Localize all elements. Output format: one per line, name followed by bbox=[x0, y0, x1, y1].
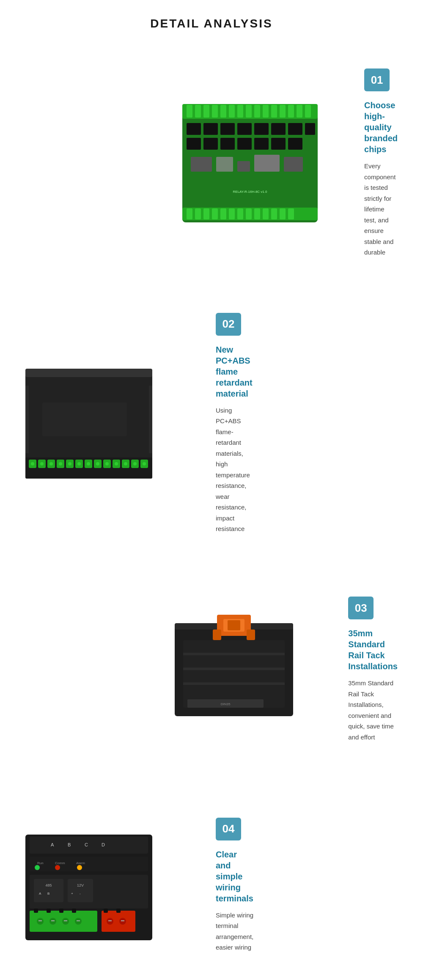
svg-point-109 bbox=[77, 865, 82, 870]
din-side-svg bbox=[17, 360, 161, 487]
svg-rect-23 bbox=[288, 123, 302, 135]
svg-point-76 bbox=[105, 462, 109, 465]
section-4-title: Clear and simple wiring terminals bbox=[216, 849, 253, 904]
section-2-number: 02 bbox=[216, 313, 241, 336]
svg-rect-50 bbox=[288, 208, 294, 219]
svg-rect-131 bbox=[108, 920, 112, 921]
svg-rect-34 bbox=[237, 161, 250, 172]
section-4-desc: Simple wiring terminal arrangement, easi… bbox=[216, 910, 253, 953]
svg-text:Alarm: Alarm bbox=[76, 861, 85, 865]
svg-rect-88 bbox=[247, 630, 255, 640]
svg-rect-83 bbox=[42, 402, 127, 436]
svg-point-68 bbox=[31, 462, 34, 465]
svg-rect-12 bbox=[271, 105, 277, 118]
svg-rect-16 bbox=[305, 105, 311, 118]
svg-text:RELAY-R-16H-8C v1.0: RELAY-R-16H-8C v1.0 bbox=[233, 190, 267, 194]
svg-rect-36 bbox=[284, 157, 303, 172]
svg-rect-32 bbox=[191, 157, 212, 172]
svg-rect-90 bbox=[228, 620, 240, 630]
svg-rect-38 bbox=[187, 208, 192, 219]
svg-text:A: A bbox=[51, 842, 54, 847]
svg-text:Run: Run bbox=[37, 861, 44, 865]
section-2-image bbox=[0, 335, 178, 512]
rail-svg: DIN35 bbox=[162, 606, 306, 733]
svg-rect-111 bbox=[34, 879, 63, 902]
section-1-title: Choose high-quality branded chips bbox=[364, 100, 398, 155]
svg-rect-33 bbox=[216, 157, 233, 172]
svg-rect-11 bbox=[263, 105, 269, 118]
svg-rect-15 bbox=[297, 105, 302, 118]
section-2-desc: Using PC+ABS flame-retardant materials, … bbox=[216, 405, 253, 534]
svg-rect-14 bbox=[288, 105, 294, 118]
section-4-text: 04 Clear and simple wiring terminals Sim… bbox=[190, 801, 279, 970]
svg-rect-17 bbox=[187, 123, 201, 135]
svg-text:A: A bbox=[39, 892, 41, 895]
section-1-text: 01 Choose high-quality branded chips Eve… bbox=[339, 52, 423, 275]
svg-rect-98 bbox=[30, 837, 148, 854]
svg-rect-21 bbox=[254, 123, 269, 135]
svg-point-74 bbox=[87, 462, 90, 465]
svg-rect-2 bbox=[187, 105, 192, 118]
svg-point-71 bbox=[59, 462, 62, 465]
svg-rect-24 bbox=[305, 123, 315, 135]
svg-point-78 bbox=[124, 462, 127, 465]
section-2-text: 02 New PC+ABS flame retardant material U… bbox=[190, 296, 278, 551]
svg-rect-47 bbox=[263, 208, 269, 219]
svg-rect-20 bbox=[237, 123, 252, 135]
section-4-number: 04 bbox=[216, 818, 241, 840]
svg-text:D: D bbox=[102, 842, 105, 847]
svg-rect-126 bbox=[64, 920, 67, 921]
svg-text:485: 485 bbox=[45, 883, 52, 887]
svg-rect-91 bbox=[183, 640, 285, 708]
section-1-desc: Every component is tested strictly for l… bbox=[364, 161, 398, 258]
svg-point-107 bbox=[55, 865, 60, 870]
svg-rect-92 bbox=[183, 653, 285, 655]
svg-text:+: + bbox=[71, 892, 73, 895]
svg-rect-45 bbox=[246, 208, 252, 219]
section-1-number: 01 bbox=[364, 68, 390, 91]
svg-text:C: C bbox=[85, 842, 88, 847]
svg-rect-30 bbox=[271, 138, 286, 150]
svg-point-75 bbox=[96, 462, 99, 465]
section-1: RELAY-R-16H-8C v1.0 01 Choose high-quali… bbox=[0, 43, 423, 283]
section-3-image: DIN35 bbox=[145, 581, 323, 758]
svg-text:B: B bbox=[68, 842, 71, 847]
svg-rect-22 bbox=[271, 123, 286, 135]
svg-point-70 bbox=[49, 462, 53, 465]
svg-rect-132 bbox=[121, 920, 124, 921]
svg-rect-134 bbox=[47, 909, 51, 913]
svg-rect-94 bbox=[183, 682, 285, 685]
svg-rect-115 bbox=[68, 879, 93, 902]
pcb-svg: RELAY-R-16H-8C v1.0 bbox=[178, 100, 322, 227]
svg-rect-7 bbox=[229, 105, 235, 118]
svg-rect-26 bbox=[203, 138, 218, 150]
svg-rect-41 bbox=[212, 208, 218, 219]
section-3-text: 03 35mm Standard Rail Tack Installations… bbox=[323, 580, 423, 759]
svg-point-105 bbox=[35, 865, 40, 870]
section-2-title: New PC+ABS flame retardant material bbox=[216, 344, 253, 399]
page-title: DETAIL ANALYSIS bbox=[0, 0, 423, 43]
svg-rect-13 bbox=[280, 105, 286, 118]
svg-rect-10 bbox=[254, 105, 260, 118]
svg-rect-48 bbox=[271, 208, 277, 219]
svg-rect-35 bbox=[254, 155, 280, 172]
svg-rect-127 bbox=[77, 920, 80, 921]
svg-point-73 bbox=[77, 462, 81, 465]
svg-text:-: - bbox=[80, 892, 81, 895]
terminal-svg: A B C D Run Comm Alarm 485 A B 12V + - bbox=[17, 822, 161, 949]
section-3-title: 35mm Standard Rail Tack Installations bbox=[348, 628, 398, 672]
svg-rect-133 bbox=[34, 909, 38, 913]
svg-rect-87 bbox=[213, 630, 221, 640]
section-3-number: 03 bbox=[348, 597, 374, 619]
svg-rect-135 bbox=[59, 909, 63, 913]
svg-text:Comm: Comm bbox=[55, 861, 65, 865]
svg-rect-53 bbox=[25, 369, 152, 377]
svg-rect-44 bbox=[237, 208, 243, 219]
section-2: 02 New PC+ABS flame retardant material U… bbox=[0, 287, 423, 560]
svg-text:12V: 12V bbox=[77, 883, 84, 887]
svg-point-77 bbox=[115, 462, 118, 465]
svg-rect-82 bbox=[149, 386, 152, 453]
section-4-image: A B C D Run Comm Alarm 485 A B 12V + - bbox=[0, 797, 178, 974]
svg-rect-136 bbox=[72, 909, 76, 913]
svg-rect-25 bbox=[187, 138, 201, 150]
